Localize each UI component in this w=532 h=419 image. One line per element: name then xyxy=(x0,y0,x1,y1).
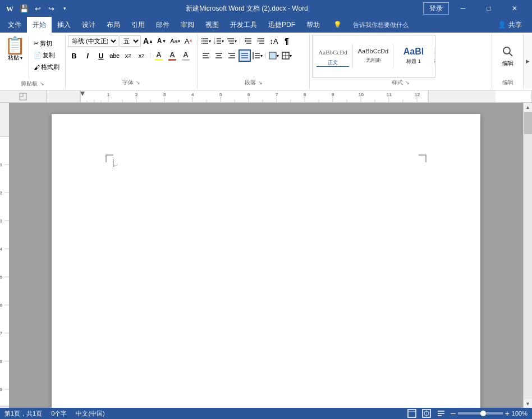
zoom-out-button[interactable]: ─ xyxy=(451,409,456,417)
paste-button[interactable]: 📋 粘贴▾ xyxy=(1,36,29,79)
text-highlight-button[interactable]: A xyxy=(153,49,165,62)
styles-scroll-up-button[interactable]: ▲ xyxy=(434,47,435,53)
show-marks-button[interactable]: ¶ xyxy=(281,35,293,47)
line-spacing-button[interactable]: ▾ xyxy=(251,49,264,62)
numbering-button[interactable]: 1.2.3. ▾ xyxy=(213,35,225,47)
align-left-button[interactable] xyxy=(200,49,212,62)
quick-access-toolbar: 💾 ↩ ↪ ▾ xyxy=(18,2,71,15)
style-heading1[interactable]: AaBl 标题 1 xyxy=(393,44,434,69)
close-button[interactable]: ✕ xyxy=(502,0,528,17)
superscript-button[interactable]: x2 xyxy=(135,49,148,62)
menu-design[interactable]: 设计 xyxy=(76,17,101,33)
styles-scroller: ▲ ▼ ▾▾ xyxy=(434,47,435,65)
change-case-button[interactable]: Aa▾ xyxy=(169,35,181,47)
zoom-slider[interactable] xyxy=(458,412,503,415)
menu-file[interactable]: 文件 xyxy=(2,17,27,33)
scroll-down-button[interactable]: ▼ xyxy=(524,399,533,408)
editing-group-label: 编辑 xyxy=(502,78,513,88)
scroll-track[interactable] xyxy=(524,112,532,399)
ruler-corner[interactable] xyxy=(0,90,47,103)
svg-text:3: 3 xyxy=(0,219,2,223)
print-layout-view-button[interactable] xyxy=(407,408,417,418)
font-color-button[interactable]: A xyxy=(166,49,178,62)
paragraph-expand-icon[interactable]: ↘ xyxy=(258,80,263,85)
sign-in-button[interactable]: 登录 xyxy=(423,2,449,15)
multilevel-list-button[interactable]: ▾ xyxy=(226,35,238,47)
save-button[interactable]: 💾 xyxy=(18,2,30,15)
justify-button[interactable] xyxy=(239,49,251,62)
align-right-button[interactable] xyxy=(226,49,238,62)
undo-button[interactable]: ↩ xyxy=(31,2,44,15)
increase-indent-button[interactable] xyxy=(255,35,267,47)
font-expand-icon[interactable]: ↘ xyxy=(136,80,140,85)
ribbon-scroll-button[interactable]: ▶ xyxy=(523,34,532,89)
strikethrough-button[interactable]: abc xyxy=(108,49,121,62)
font-name-select[interactable]: 等线 (中文正) xyxy=(68,35,118,47)
clipboard-expand-icon[interactable]: ↘ xyxy=(40,81,44,86)
zoom-in-button[interactable]: + xyxy=(505,409,510,418)
styles-expand-icon[interactable]: ↘ xyxy=(405,80,410,85)
redo-button[interactable]: ↪ xyxy=(45,2,57,15)
menu-review[interactable]: 审阅 xyxy=(175,17,200,33)
menu-layout[interactable]: 布局 xyxy=(101,17,126,33)
style-no-spacing-preview: AaBbCcDd xyxy=(358,45,388,57)
char-shading-button[interactable]: A xyxy=(180,49,192,62)
format-painter-button[interactable]: 🖌 格式刷 xyxy=(31,62,62,72)
clear-formatting-button[interactable]: A✕ xyxy=(182,35,195,47)
bold-button[interactable]: B xyxy=(68,49,80,62)
svg-text:7: 7 xyxy=(276,92,278,97)
shading-button[interactable]: ▾ xyxy=(268,49,280,62)
zoom-thumb[interactable] xyxy=(480,411,486,416)
document-viewport[interactable]: ↵ xyxy=(9,103,523,408)
style-normal[interactable]: AaBbCcDd 正文 xyxy=(313,44,353,69)
find-button[interactable]: 编辑 xyxy=(497,43,519,70)
menu-pdf[interactable]: 迅捷PDF xyxy=(263,17,301,33)
subscript-button[interactable]: x2 xyxy=(122,49,134,62)
style-heading1-label: 标题 1 xyxy=(406,58,421,65)
styles-group-label: 样式 ↘ xyxy=(312,78,489,88)
status-right: ─ + 100% xyxy=(407,408,528,418)
svg-text:9: 9 xyxy=(332,92,334,97)
menu-developer[interactable]: 开发工具 xyxy=(224,17,263,33)
align-center-button[interactable] xyxy=(213,49,225,62)
styles-expand-button[interactable]: ▾▾ xyxy=(434,60,435,65)
tell-me-input[interactable]: 告诉我你想要做什么 xyxy=(347,17,414,33)
scroll-thumb[interactable] xyxy=(524,112,532,134)
vertical-scrollbar[interactable]: ▲ ▼ xyxy=(523,103,532,408)
menu-insert[interactable]: 插入 xyxy=(52,17,76,33)
web-layout-view-button[interactable] xyxy=(421,408,432,418)
borders-button[interactable]: ▾ xyxy=(281,49,293,62)
menu-mailings[interactable]: 邮件 xyxy=(150,17,175,33)
decrease-indent-button[interactable] xyxy=(242,35,254,47)
maximize-button[interactable]: □ xyxy=(476,0,502,17)
svg-marker-24 xyxy=(258,40,259,42)
read-view-button[interactable] xyxy=(436,408,446,418)
copy-button[interactable]: 📄 复制 xyxy=(31,50,62,61)
grow-font-button[interactable]: A▲ xyxy=(142,35,154,47)
scroll-up-button[interactable]: ▲ xyxy=(524,103,533,112)
share-button[interactable]: 👤 共享 xyxy=(492,17,528,33)
font-size-select[interactable]: 五号 xyxy=(120,35,141,47)
qat-dropdown-button[interactable]: ▾ xyxy=(58,2,71,15)
menu-references[interactable]: 引用 xyxy=(126,17,150,33)
menu-view[interactable]: 视图 xyxy=(200,17,224,33)
editing-group: 编辑 编辑 xyxy=(492,34,523,89)
help-icon[interactable]: 💡 xyxy=(328,17,347,33)
styles-scroll-down-button[interactable]: ▼ xyxy=(434,53,435,60)
bullets-button[interactable]: ▾ xyxy=(200,35,212,47)
paragraph-mark: ↵ xyxy=(113,161,118,169)
style-no-spacing[interactable]: AaBbCcDd 无间距 xyxy=(353,44,393,69)
sort-button[interactable]: ↕A xyxy=(268,35,280,47)
paragraph-group: ▾ 1.2.3. ▾ ▾ ↕A ¶ xyxy=(198,34,310,89)
search-icon xyxy=(501,45,515,60)
shrink-font-button[interactable]: A▼ xyxy=(155,35,168,47)
menu-help[interactable]: 帮助 xyxy=(301,17,325,33)
minimize-button[interactable]: ─ xyxy=(450,0,476,17)
window-title: 新建Microsoft Word 文档 (2).docx - Word xyxy=(71,4,423,13)
cut-button[interactable]: ✂ 剪切 xyxy=(31,38,62,49)
document-page[interactable]: ↵ xyxy=(52,114,480,408)
italic-button[interactable]: I xyxy=(81,49,94,62)
underline-button[interactable]: U xyxy=(95,49,107,62)
svg-text:2: 2 xyxy=(135,92,138,97)
menu-home[interactable]: 开始 xyxy=(27,17,52,33)
